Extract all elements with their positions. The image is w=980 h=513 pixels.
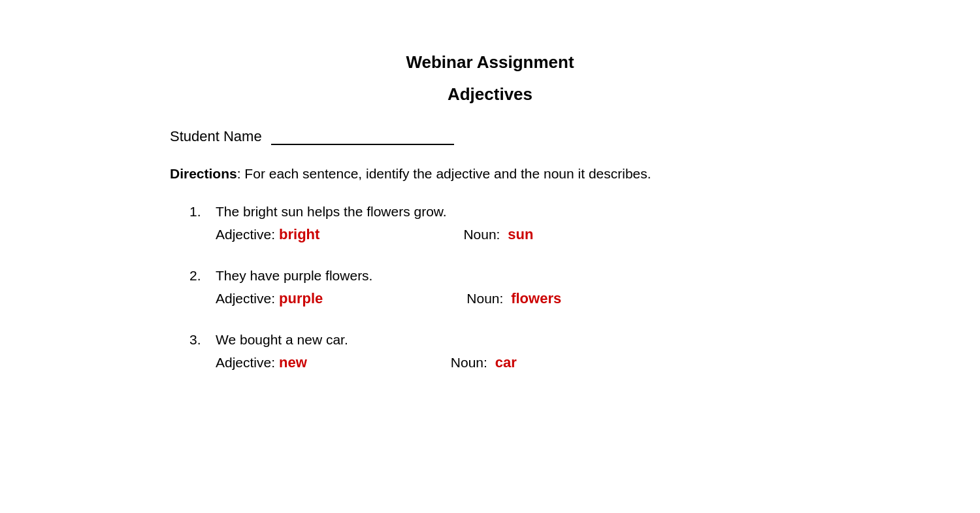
question-sentence-1: The bright sun helps the flowers grow. [216, 204, 447, 220]
name-line [271, 142, 454, 145]
question-item-2: 2. They have purple flowers. Adjective: … [189, 268, 810, 307]
title-section: Webinar Assignment Adjectives [170, 52, 810, 105]
directions: Directions: For each sentence, identify … [170, 163, 810, 184]
question-row-3: 3. We bought a new car. [189, 332, 810, 348]
question-sentence-2: They have purple flowers. [216, 268, 372, 284]
noun-label-3: Noun: [451, 355, 487, 370]
question-row-1: 1. The bright sun helps the flowers grow… [189, 204, 810, 220]
question-item-3: 3. We bought a new car. Adjective: new N… [189, 332, 810, 371]
student-name-section: Student Name [170, 128, 810, 145]
student-name-label: Student Name [170, 128, 262, 144]
page-container: Webinar Assignment Adjectives Student Na… [131, 0, 849, 422]
noun-section-1: Noun: sun [463, 226, 533, 243]
adjective-label-1: Adjective: [216, 227, 275, 242]
adjective-label-2: Adjective: [216, 291, 275, 306]
answer-row-2: Adjective: purple Noun: flowers [189, 290, 810, 307]
question-row-2: 2. They have purple flowers. [189, 268, 810, 284]
directions-text: : For each sentence, identify the adject… [237, 166, 651, 181]
noun-word-3: car [495, 354, 517, 371]
noun-section-3: Noun: car [451, 354, 517, 371]
noun-section-2: Noun: flowers [466, 290, 561, 307]
answer-row-3: Adjective: new Noun: car [189, 354, 810, 371]
main-title: Webinar Assignment [170, 52, 810, 73]
directions-bold-label: Directions [170, 166, 237, 181]
adjective-word-1: bright [279, 226, 319, 243]
question-number-2: 2. [189, 268, 208, 284]
subtitle: Adjectives [170, 84, 810, 105]
adjective-word-2: purple [279, 290, 323, 307]
adjective-label-3: Adjective: [216, 355, 275, 371]
noun-label-1: Noun: [463, 227, 500, 242]
questions-list: 1. The bright sun helps the flowers grow… [170, 204, 810, 371]
adjective-word-3: new [279, 354, 307, 371]
question-number-1: 1. [189, 204, 208, 220]
noun-label-2: Noun: [466, 291, 503, 306]
question-number-3: 3. [189, 332, 208, 348]
question-item-1: 1. The bright sun helps the flowers grow… [189, 204, 810, 243]
noun-word-1: sun [508, 226, 533, 242]
question-sentence-3: We bought a new car. [216, 332, 348, 348]
noun-word-2: flowers [511, 290, 561, 306]
answer-row-1: Adjective: bright Noun: sun [189, 226, 810, 243]
